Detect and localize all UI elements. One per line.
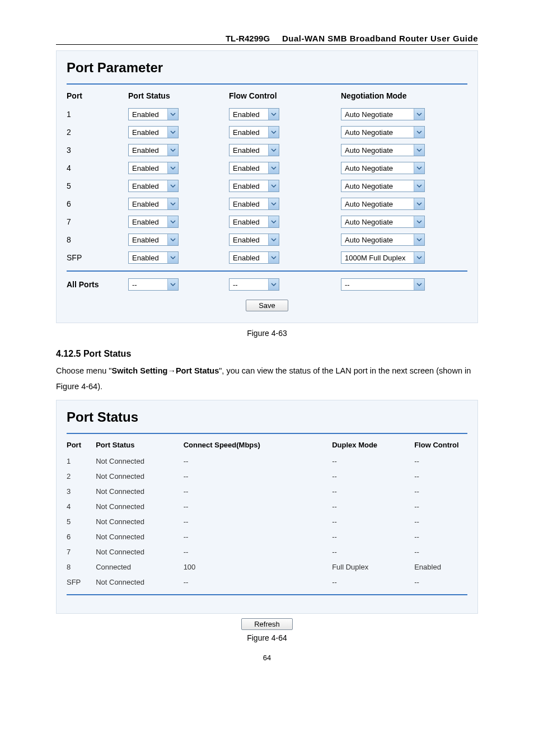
- status-port: 4: [67, 502, 96, 511]
- status-status: Not Connected: [96, 472, 183, 480]
- status-status: Not Connected: [96, 517, 183, 526]
- negotiation-mode-select[interactable]: 1000M Full Duplex: [341, 251, 425, 264]
- param-row: 7EnabledEnabledAuto Negotiate: [67, 216, 467, 228]
- status-flow: --: [414, 517, 467, 526]
- status-speed: --: [184, 487, 332, 496]
- select-value: Enabled: [229, 236, 263, 244]
- port-status-select[interactable]: Enabled: [128, 234, 179, 246]
- scol-status-label: Port Status: [96, 441, 183, 449]
- header-title: Dual-WAN SMB Broadband Router User Guide: [282, 34, 478, 43]
- status-row: 2Not Connected------: [67, 472, 467, 480]
- chevron-down-icon: [414, 234, 424, 245]
- divider: [67, 594, 467, 595]
- flow-control-select[interactable]: Enabled: [229, 198, 279, 210]
- negotiation-mode-select[interactable]: Auto Negotiate: [341, 108, 425, 120]
- port-status-select[interactable]: Enabled: [128, 180, 179, 192]
- param-row: 6EnabledEnabledAuto Negotiate: [67, 198, 467, 210]
- flow-control-select[interactable]: Enabled: [229, 251, 279, 264]
- all-ports-label: All Ports: [67, 280, 128, 289]
- select-value: Enabled: [129, 182, 162, 190]
- select-value: Enabled: [129, 146, 162, 155]
- port-status-select[interactable]: Enabled: [128, 198, 179, 210]
- page-number: 64: [56, 654, 478, 662]
- select-value: Enabled: [129, 254, 162, 262]
- col-neg-label: Negotiation Mode: [341, 91, 453, 100]
- status-status: Not Connected: [96, 578, 183, 586]
- status-speed: 100: [184, 563, 332, 571]
- select-value: Auto Negotiate: [341, 164, 396, 172]
- flow-control-select[interactable]: Enabled: [229, 180, 279, 192]
- chevron-down-icon: [167, 198, 178, 209]
- status-port: 6: [67, 533, 96, 541]
- port-status-select[interactable]: Enabled: [128, 251, 179, 264]
- port-status-select[interactable]: Enabled: [128, 108, 179, 120]
- status-header-row: Port Port Status Connect Speed(Mbps) Dup…: [67, 441, 467, 449]
- status-row: 1Not Connected------: [67, 457, 467, 465]
- all-ports-flow-select[interactable]: --: [229, 278, 279, 291]
- chevron-down-icon: [414, 109, 424, 120]
- select-value: Enabled: [229, 218, 263, 226]
- flow-control-select[interactable]: Enabled: [229, 108, 279, 120]
- port-status-select[interactable]: Enabled: [128, 126, 179, 138]
- port-status-select[interactable]: Enabled: [128, 162, 179, 174]
- port-status-select[interactable]: Enabled: [128, 216, 179, 228]
- status-port: 5: [67, 517, 96, 526]
- status-flow: --: [414, 487, 467, 496]
- col-port-label: Port: [67, 91, 128, 100]
- status-duplex: --: [332, 457, 414, 465]
- select-value: Enabled: [129, 164, 162, 172]
- select-value: Auto Negotiate: [341, 146, 396, 155]
- status-flow: --: [414, 502, 467, 511]
- select-value: Enabled: [129, 110, 162, 119]
- status-port: 7: [67, 548, 96, 556]
- select-value: Enabled: [229, 182, 263, 190]
- flow-control-select[interactable]: Enabled: [229, 126, 279, 138]
- divider: [67, 83, 467, 85]
- param-row: 2EnabledEnabledAuto Negotiate: [67, 126, 467, 138]
- negotiation-mode-select[interactable]: Auto Negotiate: [341, 180, 425, 192]
- status-speed: --: [184, 578, 332, 586]
- status-port: 1: [67, 457, 96, 465]
- flow-control-select[interactable]: Enabled: [229, 162, 279, 174]
- divider: [67, 433, 467, 434]
- chevron-down-icon: [167, 252, 178, 263]
- select-value: Auto Negotiate: [341, 200, 396, 208]
- chevron-down-icon: [414, 198, 424, 209]
- status-duplex: --: [332, 472, 414, 480]
- negotiation-mode-select[interactable]: Auto Negotiate: [341, 216, 425, 228]
- select-value: --: [229, 281, 241, 289]
- status-speed: --: [184, 517, 332, 526]
- status-port: 2: [67, 472, 96, 480]
- negotiation-mode-select[interactable]: Auto Negotiate: [341, 144, 425, 156]
- select-value: Enabled: [229, 146, 263, 155]
- status-port: SFP: [67, 578, 96, 586]
- port-status-select[interactable]: Enabled: [128, 144, 179, 156]
- status-flow: Enabled: [414, 563, 467, 571]
- chevron-down-icon: [414, 162, 424, 174]
- chevron-down-icon: [167, 109, 178, 120]
- select-value: Enabled: [229, 110, 263, 119]
- flow-control-select[interactable]: Enabled: [229, 216, 279, 228]
- flow-control-select[interactable]: Enabled: [229, 144, 279, 156]
- all-ports-neg-select[interactable]: --: [341, 278, 425, 291]
- param-row: 5EnabledEnabledAuto Negotiate: [67, 180, 467, 192]
- all-ports-status-select[interactable]: --: [128, 278, 179, 291]
- status-row: SFPNot Connected------: [67, 578, 467, 586]
- status-row: 3Not Connected------: [67, 487, 467, 496]
- flow-control-select[interactable]: Enabled: [229, 234, 279, 246]
- status-speed: --: [184, 457, 332, 465]
- select-value: Enabled: [229, 254, 263, 262]
- select-value: Enabled: [129, 200, 162, 208]
- chevron-down-icon: [268, 162, 279, 174]
- select-value: Enabled: [229, 164, 263, 172]
- refresh-button[interactable]: Refresh: [241, 618, 293, 630]
- negotiation-mode-select[interactable]: Auto Negotiate: [341, 126, 425, 138]
- save-button[interactable]: Save: [246, 300, 288, 311]
- select-value: Auto Negotiate: [341, 218, 396, 226]
- negotiation-mode-select[interactable]: Auto Negotiate: [341, 162, 425, 174]
- negotiation-mode-select[interactable]: Auto Negotiate: [341, 198, 425, 210]
- figure-caption: Figure 4-63: [56, 329, 478, 338]
- section-paragraph: Choose menu "Switch Setting→Port Status"…: [56, 363, 478, 394]
- negotiation-mode-select[interactable]: Auto Negotiate: [341, 234, 425, 246]
- figure-caption: Figure 4-64: [56, 633, 478, 642]
